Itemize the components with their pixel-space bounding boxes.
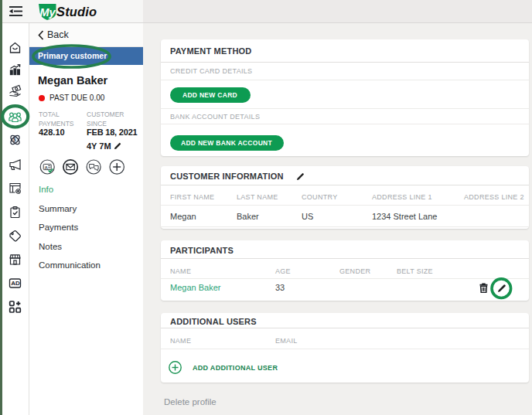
svg-text:$: $: [13, 137, 16, 143]
svg-text:AD: AD: [11, 280, 20, 287]
svg-text:Studio: Studio: [56, 5, 97, 19]
svg-text:A: A: [44, 165, 48, 170]
svg-text:My: My: [40, 6, 56, 19]
